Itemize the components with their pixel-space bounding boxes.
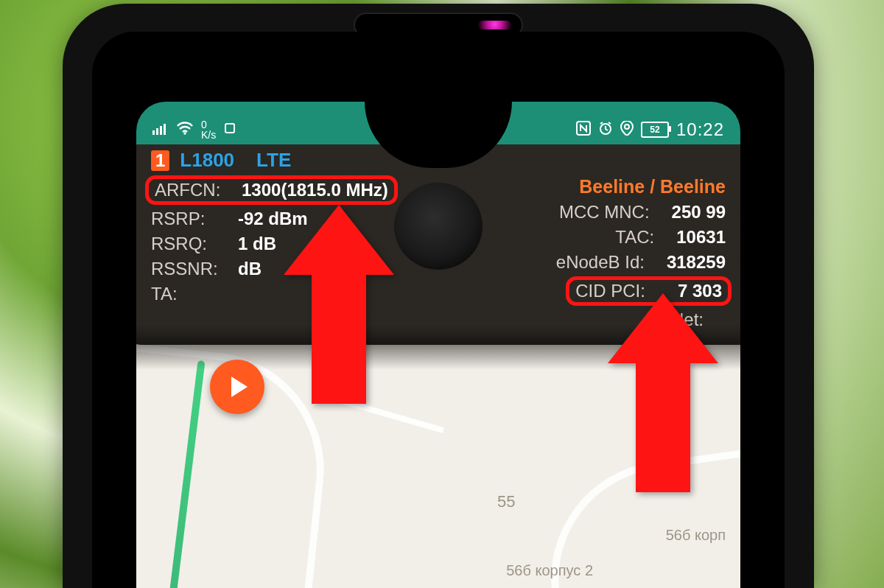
proximity-led	[478, 21, 511, 29]
arfcn-label: ARFCN:	[155, 180, 236, 200]
phone-bezel: 0 K/s	[92, 32, 785, 588]
rsrq-value: 1 dB	[238, 234, 276, 254]
wifi-icon	[176, 122, 194, 139]
map-house-number: 56б корпус 2	[506, 562, 593, 579]
tech-label: LTE	[256, 149, 291, 172]
battery-indicator: 52	[641, 122, 669, 138]
rssnr-label: RSSNR:	[151, 259, 232, 279]
svg-marker-10	[608, 293, 718, 492]
ta-label: TA:	[151, 284, 232, 304]
svg-rect-3	[164, 124, 166, 135]
enodeb-row: eNodeB Id: 318259	[556, 252, 726, 273]
net-speed-unit: K/s	[201, 130, 216, 140]
map-house-number: 56б корп	[666, 527, 726, 544]
mccmnc-label: MCC MNC:	[559, 202, 650, 223]
map-house-number: 55	[497, 492, 515, 511]
mccmnc-value: 250 99	[672, 202, 726, 223]
tac-row: TAC: 10631	[556, 227, 726, 248]
clock: 10:22	[676, 119, 724, 140]
svg-rect-5	[225, 124, 234, 133]
enodeb-value: 318259	[667, 252, 726, 273]
arfcn-value: 1300(1815.0 MHz)	[242, 180, 388, 200]
annotation-arrow-right	[608, 293, 718, 492]
operator-name: Beeline / Beeline	[556, 176, 726, 197]
sim-slot-badge: 1	[151, 150, 169, 171]
svg-marker-9	[284, 205, 394, 404]
status-bar-left: 0 K/s	[152, 120, 236, 140]
status-bar-right: 52 10:22	[576, 119, 724, 140]
screen: 0 K/s	[136, 102, 740, 588]
tac-value: 10631	[676, 227, 726, 248]
rsrq-label: RSRQ:	[151, 234, 232, 254]
tac-label: TAC:	[615, 227, 654, 248]
location-icon	[620, 121, 634, 139]
phone-case: 0 K/s	[63, 4, 814, 588]
signal-icon	[152, 122, 169, 139]
mccmnc-row: MCC MNC: 250 99	[556, 202, 726, 223]
nfc-icon	[576, 121, 591, 139]
svg-point-8	[625, 125, 629, 129]
rsrp-label: RSRP:	[151, 209, 232, 229]
vibrate-icon	[223, 122, 236, 139]
svg-rect-1	[156, 128, 158, 135]
front-camera	[394, 183, 483, 270]
alarm-icon	[598, 121, 613, 139]
svg-point-4	[183, 133, 186, 135]
net-speed-indicator: 0 K/s	[201, 120, 216, 140]
svg-rect-0	[152, 130, 155, 135]
band-label: L1800	[180, 149, 234, 172]
enodeb-label: eNodeB Id:	[556, 252, 645, 273]
record-play-button[interactable]	[210, 360, 264, 414]
arfcn-row: ARFCN: 1300(1815.0 MHz)	[145, 175, 398, 205]
rssnr-value: dB	[238, 259, 262, 279]
annotation-arrow-left	[284, 205, 394, 404]
battery-percent: 52	[641, 122, 669, 138]
svg-rect-2	[160, 126, 162, 135]
